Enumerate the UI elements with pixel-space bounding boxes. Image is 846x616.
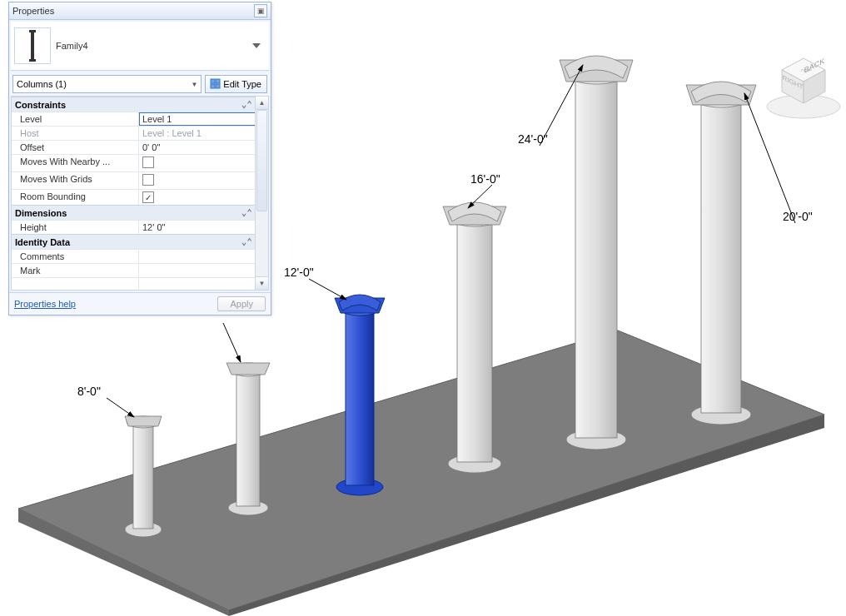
properties-palette[interactable]: Properties ▣ Family4 Columns (1) ▼ Edit … <box>8 2 271 315</box>
properties-help-link[interactable]: Properties help <box>14 299 76 309</box>
row-mark[interactable]: Mark <box>12 263 256 277</box>
scroll-thumb[interactable] <box>256 110 267 211</box>
palette-titlebar[interactable]: Properties ▣ <box>9 2 271 20</box>
svg-rect-4 <box>133 422 153 529</box>
row-height[interactable]: Height 12' 0" <box>12 220 256 234</box>
row-host: Host Level : Level 1 <box>12 126 256 140</box>
palette-title: Properties <box>12 6 54 16</box>
row-moves-grids[interactable]: Moves With Grids <box>12 171 256 189</box>
svg-marker-10 <box>226 363 270 375</box>
svg-rect-8 <box>236 370 260 506</box>
row-room-bounding[interactable]: Room Bounding ✓ <box>12 189 256 205</box>
dim-label-5: 24'-0" <box>518 132 548 146</box>
svg-marker-6 <box>125 416 162 426</box>
svg-line-29 <box>309 279 346 300</box>
type-thumbnail <box>14 27 51 64</box>
scroll-down-icon[interactable]: ▼ <box>256 276 268 290</box>
edit-type-icon <box>211 79 221 89</box>
moves-grids-checkbox[interactable] <box>142 174 154 186</box>
apply-button[interactable]: Apply <box>217 296 266 311</box>
row-offset[interactable]: Offset 0' 0" <box>12 140 256 154</box>
moves-nearby-checkbox[interactable] <box>142 156 154 168</box>
palette-close-icon[interactable]: ▣ <box>254 4 267 17</box>
level-value[interactable]: Level 1 <box>139 112 256 126</box>
family-name: Family4 <box>56 41 252 51</box>
group-constraints[interactable]: Constraints⌄⌃ <box>12 97 256 112</box>
dim-label-1: 8'-0" <box>77 385 101 398</box>
svg-rect-38 <box>29 30 36 32</box>
svg-rect-12 <box>346 308 374 485</box>
properties-grid[interactable]: Constraints⌄⌃ Level Level 1 Host Level :… <box>12 97 256 290</box>
room-bounding-checkbox[interactable]: ✓ <box>142 191 154 203</box>
edit-type-button[interactable]: Edit Type <box>205 75 267 93</box>
svg-rect-43 <box>216 84 220 88</box>
svg-rect-39 <box>29 59 36 62</box>
group-dimensions[interactable]: Dimensions⌄⌃ <box>12 205 256 220</box>
grid-scrollbar[interactable]: ▲ ▼ <box>255 97 268 290</box>
type-selector[interactable]: Family4 <box>11 22 269 71</box>
row-moves-nearby[interactable]: Moves With Nearby ... <box>12 154 256 171</box>
svg-rect-42 <box>211 84 215 88</box>
svg-rect-20 <box>575 75 617 438</box>
dim-label-6: 20'-0" <box>783 210 813 223</box>
svg-rect-16 <box>457 218 492 462</box>
viewcube[interactable]: TOP RIGHT BACK <box>764 42 843 120</box>
row-comments[interactable]: Comments <box>12 249 256 263</box>
row-level[interactable]: Level Level 1 <box>12 112 256 126</box>
scroll-up-icon[interactable]: ▲ <box>256 97 268 110</box>
svg-line-27 <box>107 398 134 417</box>
group-identity[interactable]: Identity Data⌄⌃ <box>12 234 256 249</box>
type-dropdown-icon[interactable] <box>252 43 261 48</box>
svg-rect-40 <box>211 79 215 83</box>
svg-rect-24 <box>701 98 741 413</box>
svg-rect-41 <box>216 79 220 83</box>
filter-select[interactable]: Columns (1) ▼ <box>12 75 202 93</box>
dim-label-3: 12'-0" <box>284 266 314 279</box>
dim-label-4: 16'-0" <box>470 172 500 186</box>
svg-rect-37 <box>31 32 34 60</box>
svg-line-28 <box>223 323 241 362</box>
